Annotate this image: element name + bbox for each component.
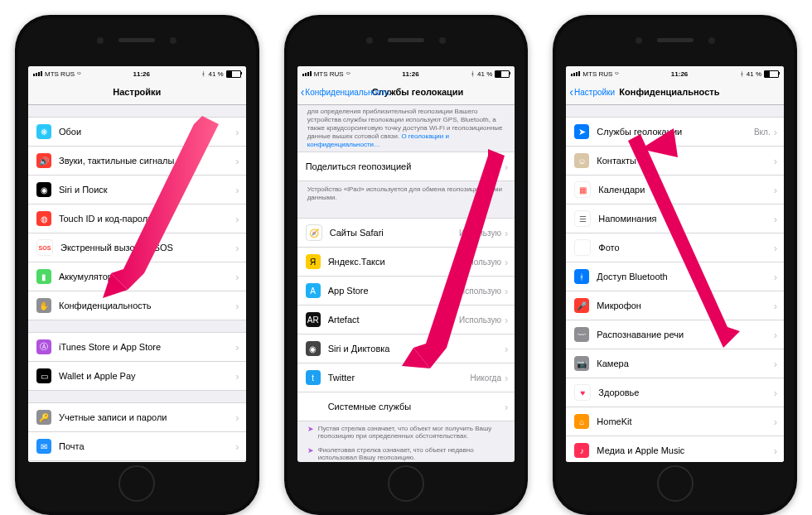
legend-purple-arrow: ➤Фиолетовая стрелка означает, что объект… [297,443,515,462]
chevron-right-icon: › [774,126,777,138]
status-time: 11:26 [81,70,201,78]
privacy-row-reminders[interactable]: ☰Напоминания› [566,204,784,233]
location-arrow-outline-icon: ➤ [307,425,314,440]
row-system-services[interactable]: Системные службы› [297,392,515,421]
privacy-row-camera[interactable]: 📷Камера› [566,349,784,378]
nav-bar: Настройки [28,79,246,105]
carrier-label: MTS RUS [582,70,612,78]
nav-back-button[interactable]: ‹Конфиденциальность [297,85,389,99]
front-camera [636,37,642,44]
chevron-right-icon: › [235,184,239,196]
key-icon: 🔑 [36,410,51,425]
chevron-right-icon: › [774,387,777,399]
calendar-icon: ▦ [574,181,591,198]
chevron-right-icon: › [774,242,777,254]
chevron-right-icon: › [505,161,508,173]
privacy-row-calendars[interactable]: ▦Календари› [566,175,784,204]
microphone-icon: 🎤 [574,298,589,313]
settings-row-contacts[interactable]: ☺Контакты› [28,460,246,462]
chevron-right-icon: › [235,271,239,283]
home-button[interactable] [118,465,155,502]
privacy-row-health[interactable]: ♥Здоровье› [566,378,784,407]
touchid-icon: ◍ [36,211,51,226]
settings-row-sos[interactable]: SOSЭкстренный вызов — SOS› [28,233,246,262]
row-app-artefact[interactable]: ARArtefactИспользую› [297,305,515,334]
nav-bar: ‹Конфиденциальность Службы геолокации [297,79,515,105]
privacy-row-microphone[interactable]: 🎤Микрофон› [566,291,784,320]
artefact-icon: AR [306,312,321,327]
proximity-sensor [708,37,715,44]
nav-back-label: Конфиденциальность [305,88,389,97]
speech-icon: 〰 [574,327,589,342]
settings-row-battery[interactable]: ▮Аккумулятор› [28,262,246,291]
privacy-row-homekit[interactable]: ⌂HomeKit› [566,407,784,436]
sounds-icon: 🔊 [36,153,51,168]
proximity-sensor [170,37,176,44]
status-bar: MTS RUS⌔ 11:26 ᚼ41 % [566,66,784,79]
row-app-twitter[interactable]: tTwitterНикогда› [297,363,515,392]
privacy-row-photos[interactable]: ✿Фото› [566,233,784,262]
chevron-right-icon: › [774,416,777,428]
music-icon: ♪ [574,443,589,458]
signal-bars-icon [33,71,42,76]
battery-icon [495,70,510,78]
signal-bars-icon [571,71,580,76]
nav-back-button[interactable]: ‹Настройки [566,85,615,99]
privacy-row-location[interactable]: ➤Службы геолокацииВкл.› [566,117,784,146]
speaker-grill [118,38,155,42]
settings-row-wallpaper[interactable]: ❋Обои› [28,117,246,146]
chevron-right-icon: › [235,155,239,167]
chevron-right-icon: › [505,256,508,268]
nav-bar: ‹Настройки Конфиденциальность [566,79,784,105]
iphone-frame-1: MTS RUS ⌔ 11:26 ᚼ 41 % Настройки ❋Обои› … [15,15,259,515]
settings-row-itunes[interactable]: ⒶiTunes Store и App Store› [28,332,246,361]
chevron-right-icon: › [774,300,777,312]
front-camera [97,37,104,44]
settings-row-siri[interactable]: ◉Siri и Поиск› [28,175,246,204]
battery-settings-icon: ▮ [36,269,51,284]
carrier-label: MTS RUS [314,70,344,78]
siri-icon: ◉ [36,182,51,197]
home-button[interactable] [388,465,424,502]
row-app-appstore[interactable]: AApp StoreИспользую› [297,276,515,305]
settings-row-sounds[interactable]: 🔊Звуки, тактильные сигналы› [28,146,246,175]
settings-row-touchid[interactable]: ◍Touch ID и код-пароль› [28,204,246,233]
settings-row-accounts[interactable]: 🔑Учетные записи и пароли› [28,402,246,431]
chevron-right-icon: › [235,412,239,424]
chevron-right-icon: › [505,372,508,384]
row-app-siri-dictation[interactable]: ◉Siri и Диктовка› [297,334,515,363]
settings-row-privacy[interactable]: ✋Конфиденциальность› [28,291,246,320]
chevron-left-icon: ‹ [301,85,305,99]
chevron-right-icon: › [774,271,777,283]
privacy-row-speech[interactable]: 〰Распознавание речи› [566,320,784,349]
privacy-row-bluetooth[interactable]: ᚼДоступ Bluetooth› [566,262,784,291]
battery-icon [764,70,779,78]
nav-back-label: Настройки [574,88,615,97]
chevron-right-icon: › [774,155,777,167]
status-time: 11:26 [619,70,739,78]
battery-percent: 41 % [208,70,223,78]
chevron-right-icon: › [505,227,508,239]
row-share-location[interactable]: Поделиться геопозицией› [297,152,515,181]
row-app-safari[interactable]: 🧭Сайты SafariИспользую› [297,218,515,247]
row-app-yandex-taxi[interactable]: ЯЯндекс.ТаксиИспользую› [297,247,515,276]
bluetooth-icon: ᚼ [201,70,205,78]
privacy-row-contacts[interactable]: ☺Контакты› [566,146,784,175]
homekit-icon: ⌂ [574,414,589,429]
settings-row-mail[interactable]: ✉Почта› [28,431,246,460]
chevron-right-icon: › [505,343,508,355]
settings-row-wallet[interactable]: ▭Wallet и Apple Pay› [28,361,246,391]
page-title: Настройки [28,87,246,97]
proximity-sensor [439,37,446,44]
home-button[interactable] [657,465,694,502]
chevron-right-icon: › [505,401,508,413]
chevron-right-icon: › [774,213,777,225]
bluetooth-icon: ᚼ [471,70,475,78]
location-arrow-purple-icon: ➤ [307,446,314,461]
iphone-frame-2: MTS RUS⌔ 11:26 ᚼ41 % ‹Конфиденциальность… [284,15,529,515]
chevron-right-icon: › [505,285,508,297]
privacy-row-media[interactable]: ♪Медиа и Apple Music› [566,436,784,462]
speaker-grill [388,38,424,42]
chevron-right-icon: › [235,242,239,254]
status-time: 11:26 [350,70,471,78]
